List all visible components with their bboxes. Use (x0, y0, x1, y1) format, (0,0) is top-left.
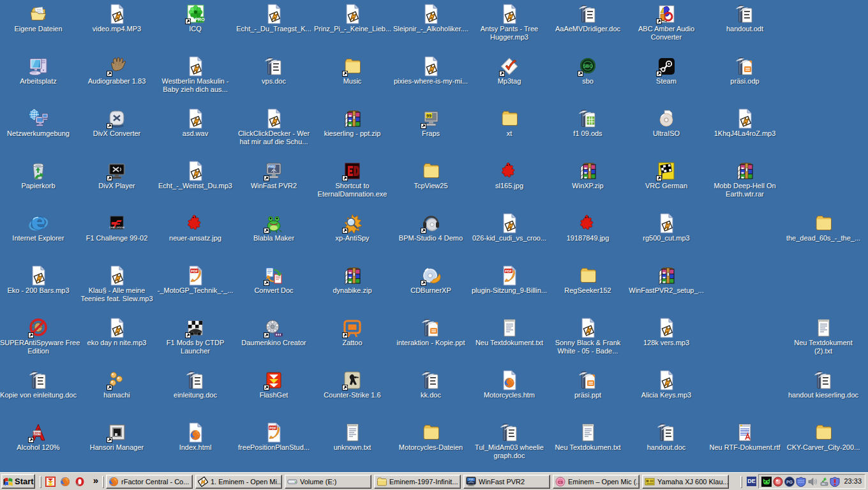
svg-text:PDF: PDF (269, 426, 277, 430)
svg-text:PRO: PRO (195, 17, 205, 22)
svg-text:120%: 120% (33, 431, 41, 435)
svg-text:PVR: PVR (468, 479, 474, 481)
svg-text:99: 99 (426, 114, 431, 118)
svg-text:PDF: PDF (505, 269, 513, 273)
svg-text:PVR2: PVR2 (268, 165, 276, 168)
svg-text:SBO: SBO (583, 64, 593, 68)
svg-text:CS: CS (558, 480, 563, 484)
svg-text:CHALLENGE: CHALLENGE (109, 226, 125, 229)
svg-text:PG: PG (786, 480, 793, 484)
svg-text:PDF: PDF (191, 269, 198, 273)
